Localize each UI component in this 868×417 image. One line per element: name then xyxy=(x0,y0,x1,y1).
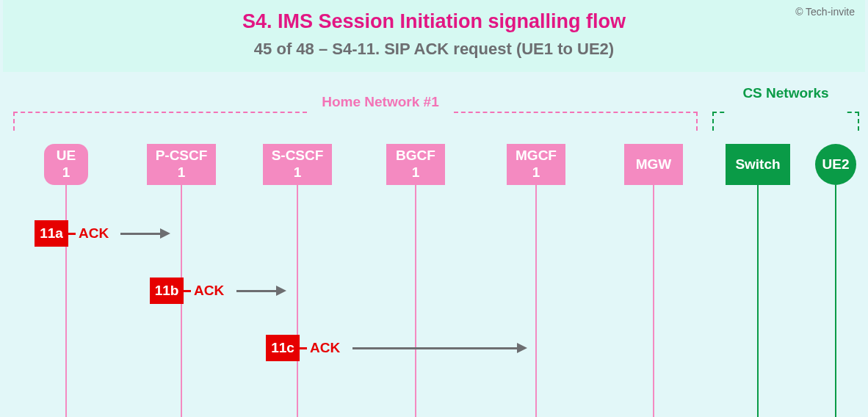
node-mgcf: MGCF1 xyxy=(507,144,565,185)
home-network-bracket-left xyxy=(13,112,307,131)
step-11b-arrow-head xyxy=(276,286,286,296)
header-band: © Tech-invite S4. IMS Session Initiation… xyxy=(3,0,865,72)
diagram-subtitle: 45 of 48 – S4-11. SIP ACK request (UE1 t… xyxy=(3,40,865,59)
step-11a-dash xyxy=(68,233,76,235)
cs-networks-label: CS Networks xyxy=(727,85,845,101)
lifeline-mgcf xyxy=(535,185,537,417)
lifeline-scscf xyxy=(297,185,298,417)
node-switch: Switch xyxy=(726,144,790,185)
step-11a-label: ACK xyxy=(79,225,109,242)
step-11b-dash xyxy=(184,290,191,292)
step-11a-arrow-line xyxy=(120,233,162,235)
cs-networks-bracket xyxy=(712,112,859,131)
node-ue1: UE1 xyxy=(44,144,88,185)
step-11c-dash xyxy=(300,347,307,349)
node-bgcf: BGCF1 xyxy=(386,144,445,185)
lifeline-ue2 xyxy=(835,185,836,417)
lifeline-bgcf xyxy=(415,185,416,417)
step-11c-arrow-head xyxy=(517,343,527,353)
diagram-canvas: © Tech-invite S4. IMS Session Initiation… xyxy=(0,0,868,417)
node-pcscf: P-CSCF1 xyxy=(147,144,216,185)
step-11c-label: ACK xyxy=(310,340,340,356)
step-11b-id: 11b xyxy=(150,278,184,304)
home-network-bracket-right xyxy=(454,112,698,131)
step-11b-arrow-line xyxy=(236,290,278,292)
step-11c-id: 11c xyxy=(266,335,300,361)
node-ue2: UE2 xyxy=(815,144,856,185)
lifeline-switch xyxy=(757,185,759,417)
node-scscf: S-CSCF1 xyxy=(263,144,332,185)
home-network-label: Home Network #1 xyxy=(307,94,454,110)
step-11a-id: 11a xyxy=(35,220,68,247)
step-11b-label: ACK xyxy=(194,283,224,299)
node-mgw: MGW xyxy=(624,144,683,185)
step-11a-arrow-head xyxy=(160,228,170,239)
lifeline-mgw xyxy=(653,185,654,417)
step-11c-arrow-line xyxy=(352,347,518,349)
diagram-title: S4. IMS Session Initiation signalling fl… xyxy=(3,10,865,33)
